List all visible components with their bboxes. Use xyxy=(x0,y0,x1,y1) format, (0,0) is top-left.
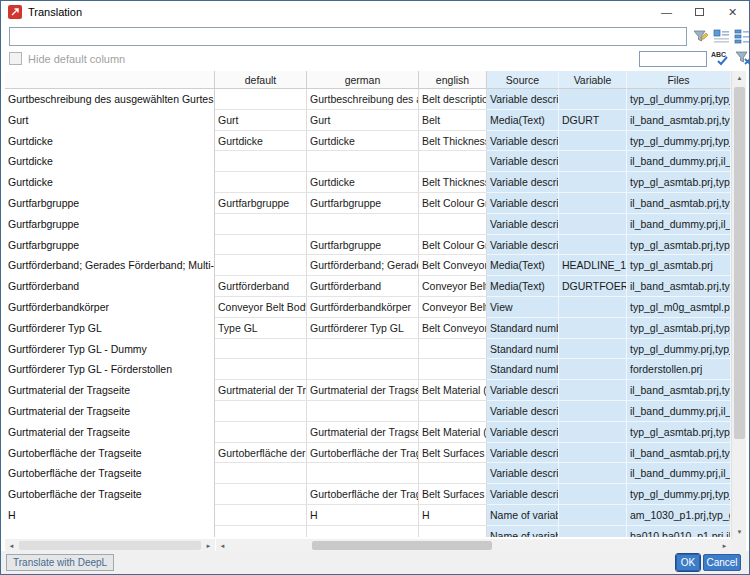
cell-files[interactable]: typ_gl_m0g_asmtpl.prj,typ_... xyxy=(627,297,731,318)
cell-german[interactable] xyxy=(307,463,419,484)
row-label[interactable]: Gurtdicke xyxy=(5,131,214,152)
cell-variable[interactable] xyxy=(559,89,627,110)
cell-files[interactable]: typ_gl_asmtab.prj,typ_gl_gu... xyxy=(627,235,731,256)
cell-files[interactable]: il_band_asmtab.prj,typ_gl_a... xyxy=(627,193,731,214)
cell-source[interactable]: Variable descrip... xyxy=(487,463,559,484)
spellcheck-icon[interactable]: ABC xyxy=(711,49,729,67)
filter-input[interactable] xyxy=(9,27,687,46)
cell-files[interactable]: ba010,ba010_p1.prj,il_band... xyxy=(627,526,731,537)
row-label[interactable]: Gurtfarbgruppe xyxy=(5,235,214,256)
cell-default[interactable]: Conveyor Belt Body xyxy=(215,297,307,318)
cell-variable[interactable] xyxy=(559,380,627,401)
cell-source[interactable]: Variable descrip... xyxy=(487,89,559,110)
cell-english[interactable]: Conveyor Belt ... xyxy=(419,297,487,318)
cell-files[interactable]: il_band_asmtab.prj,typ_gl_a... xyxy=(627,276,731,297)
cell-german[interactable]: Gurtmaterial der Tragseite xyxy=(307,380,419,401)
cell-german[interactable]: Gurtförderbandkörper xyxy=(307,297,419,318)
row-label[interactable]: Gurtoberfläche der Tragseite xyxy=(5,463,214,484)
column-header-default[interactable]: default xyxy=(215,71,307,89)
column-header-files[interactable]: Files xyxy=(627,71,731,89)
cell-source[interactable]: Variable descrip... xyxy=(487,151,559,172)
row-label[interactable]: Gurtdicke xyxy=(5,172,214,193)
cell-variable[interactable] xyxy=(559,526,627,537)
row-label[interactable] xyxy=(5,526,214,537)
cell-default[interactable] xyxy=(215,235,307,256)
cell-source[interactable]: Standard number xyxy=(487,359,559,380)
cell-files[interactable]: forderstollen.prj xyxy=(627,359,731,380)
row-label[interactable]: Gurtbeschreibung des ausgewählten Gurtes xyxy=(5,89,214,110)
cell-variable[interactable] xyxy=(559,214,627,235)
cell-variable[interactable] xyxy=(559,484,627,505)
cell-variable[interactable] xyxy=(559,422,627,443)
row-label[interactable]: Gurtförderer Typ GL xyxy=(5,318,214,339)
cell-default[interactable] xyxy=(215,89,307,110)
cell-default[interactable]: Gurt xyxy=(215,110,307,131)
cell-source[interactable]: Variable descrip... xyxy=(487,172,559,193)
cell-english[interactable]: Belt Conveyors;... xyxy=(419,255,487,276)
maximize-button[interactable] xyxy=(683,1,716,23)
cell-source[interactable]: Media(Text) xyxy=(487,110,559,131)
cell-files[interactable]: typ_gl_dummy.prj,typ_gl_gu... xyxy=(627,484,731,505)
cancel-button[interactable]: Cancel xyxy=(703,554,741,571)
cell-source[interactable]: Media(Text) xyxy=(487,276,559,297)
cell-default[interactable] xyxy=(215,151,307,172)
cell-default[interactable]: Gurtfarbgruppe xyxy=(215,193,307,214)
cell-english[interactable] xyxy=(419,359,487,380)
cell-source[interactable]: Variable descrip... xyxy=(487,235,559,256)
vertical-scroll-thumb[interactable] xyxy=(734,87,745,439)
list-sort-icon[interactable] xyxy=(734,28,750,45)
cell-source[interactable]: Variable descrip... xyxy=(487,380,559,401)
cell-variable[interactable] xyxy=(559,235,627,256)
cell-english[interactable] xyxy=(419,526,487,537)
cell-german[interactable] xyxy=(307,214,419,235)
cell-variable[interactable]: DGURTFOERDE... xyxy=(559,276,627,297)
cell-german[interactable]: Gurtfarbgruppe xyxy=(307,193,419,214)
cell-german[interactable]: Gurt xyxy=(307,110,419,131)
cell-variable[interactable]: DGURT xyxy=(559,110,627,131)
row-label[interactable]: Gurtförderband xyxy=(5,276,214,297)
hide-default-checkbox[interactable] xyxy=(9,52,22,65)
cell-variable[interactable] xyxy=(559,297,627,318)
row-label[interactable]: Gurtoberfläche der Tragseite xyxy=(5,443,214,464)
left-pane-scroll-thumb[interactable] xyxy=(19,541,201,550)
cell-files[interactable]: typ_gl_dummy.prj,typ_gl_du... xyxy=(627,89,731,110)
cell-variable[interactable] xyxy=(559,151,627,172)
cell-default[interactable]: Gurtoberfläche der Tra... xyxy=(215,443,307,464)
cell-files[interactable]: il_band_asmtab.prj,typ_gl_a... xyxy=(627,443,731,464)
cell-default[interactable] xyxy=(215,255,307,276)
cell-files[interactable]: typ_gl_asmtab.prj,typ_gl_gu... xyxy=(627,422,731,443)
cell-files[interactable]: typ_gl_dummy.prj,typ_gl_du... xyxy=(627,339,731,360)
row-label[interactable]: Gurtdicke xyxy=(5,151,214,172)
grid-scroll-thumb[interactable] xyxy=(312,541,492,550)
cell-german[interactable]: Gurtoberfläche der Tragseite xyxy=(307,443,419,464)
cell-default[interactable] xyxy=(215,505,307,526)
row-label[interactable]: Gurtförderer Typ GL - Förderstollen xyxy=(5,359,214,380)
minimize-button[interactable]: — xyxy=(650,1,683,23)
column-header-german[interactable]: german xyxy=(307,71,419,89)
cell-variable[interactable] xyxy=(559,339,627,360)
scroll-up-button[interactable]: ▲ xyxy=(732,71,747,85)
cell-source[interactable]: Variable descrip... xyxy=(487,401,559,422)
cell-default[interactable] xyxy=(215,526,307,537)
cell-english[interactable]: Conveyor Belt xyxy=(419,276,487,297)
ok-button[interactable]: OK xyxy=(676,554,700,571)
cell-variable[interactable]: HEADLINE_1 xyxy=(559,255,627,276)
close-button[interactable]: ✕ xyxy=(716,1,749,23)
cell-files[interactable]: typ_gl_asmtab.prj xyxy=(627,255,731,276)
row-label[interactable]: Gurtoberfläche der Tragseite xyxy=(5,484,214,505)
cell-source[interactable]: Variable descrip... xyxy=(487,422,559,443)
cell-english[interactable]: Belt xyxy=(419,110,487,131)
cell-source[interactable]: Variable descrip... xyxy=(487,131,559,152)
cell-files[interactable]: il_band_dummy.prj,il_band_... xyxy=(627,401,731,422)
cell-default[interactable]: Gurtdicke xyxy=(215,131,307,152)
cell-source[interactable]: Standard number xyxy=(487,339,559,360)
cell-source[interactable]: Standard number xyxy=(487,318,559,339)
cell-english[interactable]: Belt Material (C... xyxy=(419,422,487,443)
cell-german[interactable]: H xyxy=(307,505,419,526)
column-header-variable[interactable]: Variable xyxy=(559,71,627,89)
cell-source[interactable]: View xyxy=(487,297,559,318)
cell-english[interactable]: Belt Colour Gro... xyxy=(419,193,487,214)
row-label[interactable]: Gurtmaterial der Tragseite xyxy=(5,380,214,401)
row-label[interactable]: Gurtmaterial der Tragseite xyxy=(5,401,214,422)
cell-english[interactable] xyxy=(419,339,487,360)
